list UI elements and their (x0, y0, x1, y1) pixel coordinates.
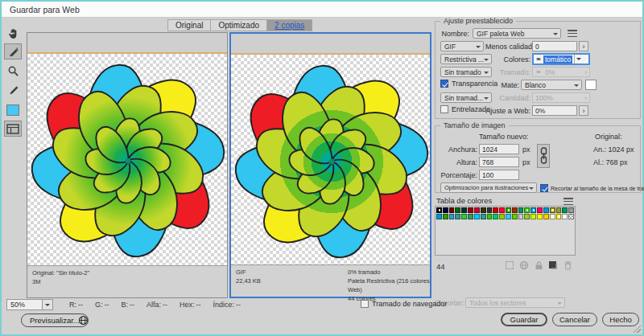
hand-tool[interactable] (4, 25, 22, 41)
tab-optimizado[interactable]: Optimizado (210, 19, 266, 31)
color-swatch[interactable] (493, 214, 498, 219)
quality-field[interactable]: 0 (532, 41, 577, 51)
color-swatch[interactable] (474, 214, 480, 219)
save-button[interactable]: Guardar (501, 313, 547, 326)
color-swatch[interactable] (449, 207, 455, 213)
color-swatch[interactable] (562, 214, 568, 219)
browser-globe-button[interactable] (77, 314, 89, 326)
browser-dither-checkbox[interactable] (361, 300, 369, 308)
colors-stepper[interactable]: tomático (532, 53, 590, 65)
color-swatch[interactable] (556, 207, 562, 213)
color-swatch[interactable] (499, 207, 505, 213)
color-swatch[interactable] (499, 214, 505, 219)
color-swatch[interactable] (449, 214, 455, 219)
quality-label: Menos calidad: (485, 43, 530, 51)
colors-value[interactable]: tomático (543, 55, 572, 64)
transparency-dither-dropdown[interactable]: Sin tramad... (440, 92, 492, 103)
height-label: Altura: (442, 158, 477, 166)
readout: Índice:-- (213, 301, 243, 309)
web-snap-field[interactable]: 0% (532, 105, 577, 116)
color-swatch[interactable] (562, 207, 568, 213)
done-button[interactable]: Hecho (602, 313, 639, 326)
tab-original[interactable]: Original (167, 19, 210, 31)
new-color-button[interactable] (547, 260, 559, 271)
colors-spinner-icon[interactable] (535, 55, 542, 63)
color-swatch[interactable] (518, 207, 524, 213)
palette-dropdown[interactable]: Restrictiva ... (440, 54, 492, 64)
color-swatch[interactable] (568, 214, 574, 219)
color-table[interactable] (435, 206, 576, 256)
color-swatch[interactable] (487, 207, 493, 213)
color-swatch[interactable] (506, 214, 511, 219)
resize-grip[interactable] (634, 326, 641, 333)
colors-label: Colores: (485, 55, 530, 64)
preview-tabs: Original Optimizado 2 copias (167, 19, 312, 31)
color-swatch[interactable] (543, 207, 549, 213)
toggle-slices-button[interactable] (4, 121, 22, 137)
cancel-button[interactable]: Cancelar (552, 313, 597, 326)
color-swatch[interactable] (524, 214, 530, 219)
web-shift-button[interactable] (518, 260, 530, 271)
link-dimensions-button[interactable] (537, 144, 550, 168)
color-swatch[interactable] (468, 207, 473, 213)
interlaced-checkbox[interactable] (440, 105, 448, 113)
color-swatch[interactable] (443, 214, 448, 219)
color-swatch[interactable] (461, 207, 467, 213)
color-swatch[interactable] (481, 207, 486, 213)
color-swatch[interactable] (455, 207, 460, 213)
color-swatch[interactable] (537, 214, 543, 219)
format-dropdown[interactable]: GIF (440, 41, 484, 51)
color-swatch[interactable] (556, 214, 562, 219)
color-swatch[interactable] (518, 214, 524, 219)
preview-original-panel[interactable]: Original: "Sin título-2" 3M (27, 32, 228, 298)
dither-algorithm-dropdown[interactable]: Sin tramado (440, 67, 492, 77)
colors-dropdown-icon[interactable] (574, 55, 582, 64)
color-swatch[interactable] (487, 214, 493, 219)
tab-2-copias[interactable]: 2 copias (266, 19, 312, 31)
zoom-tool[interactable] (4, 63, 22, 79)
matte-dropdown[interactable]: Blanco (521, 80, 582, 90)
color-swatch[interactable] (512, 207, 518, 213)
color-swatch[interactable] (436, 207, 442, 213)
color-swatch[interactable] (524, 207, 530, 213)
lock-icon (535, 260, 543, 270)
color-swatch[interactable] (443, 207, 448, 213)
eyedropper-tool[interactable] (4, 82, 22, 98)
color-swatch[interactable] (568, 207, 574, 213)
color-swatch[interactable] (550, 214, 555, 219)
lock-color-button[interactable] (533, 260, 544, 271)
color-swatch[interactable] (537, 207, 543, 213)
color-swatch[interactable] (550, 207, 555, 213)
slice-select-tool[interactable] (4, 43, 22, 59)
eyedropper-color-swatch[interactable] (4, 102, 22, 118)
preset-name-dropdown[interactable]: GIF paleta Web (473, 28, 561, 39)
delete-color-button[interactable] (562, 260, 573, 271)
matte-color-swatch[interactable] (585, 80, 597, 90)
color-swatch[interactable] (512, 214, 518, 219)
color-swatch[interactable] (530, 207, 536, 213)
preview-optimized-panel[interactable]: GIF 22,43 KB 0% tramado Paleta Restricti… (229, 32, 431, 298)
color-swatch[interactable] (481, 214, 486, 219)
color-swatch[interactable] (530, 214, 536, 219)
preset-menu-icon[interactable] (568, 30, 577, 37)
height-field[interactable]: 768 (479, 157, 519, 167)
color-swatch[interactable] (461, 214, 467, 219)
zoom-level-dropdown[interactable]: 50% (6, 299, 53, 310)
width-field[interactable]: 1024 (479, 144, 519, 154)
percent-field[interactable]: 100 (479, 170, 519, 180)
map-transparency-button[interactable] (504, 260, 515, 271)
color-swatch[interactable] (493, 207, 498, 213)
quality-slider-button[interactable]: › (579, 41, 588, 51)
optimize-dropdown[interactable]: Optimización para ilustraciones (440, 182, 537, 193)
clip-to-artboard-checkbox[interactable] (540, 184, 548, 192)
color-table-menu-icon[interactable] (564, 198, 573, 205)
color-swatch[interactable] (474, 207, 480, 213)
image-size-group: Tamaño de imagen Tamaño nuevo: Original:… (435, 125, 641, 193)
web-snap-slider-button[interactable]: › (579, 105, 588, 116)
color-swatch[interactable] (543, 214, 549, 219)
color-swatch[interactable] (468, 214, 473, 219)
transparency-checkbox[interactable] (440, 80, 448, 88)
color-swatch[interactable] (455, 214, 460, 219)
color-swatch[interactable] (436, 214, 442, 219)
color-swatch[interactable] (506, 207, 511, 213)
